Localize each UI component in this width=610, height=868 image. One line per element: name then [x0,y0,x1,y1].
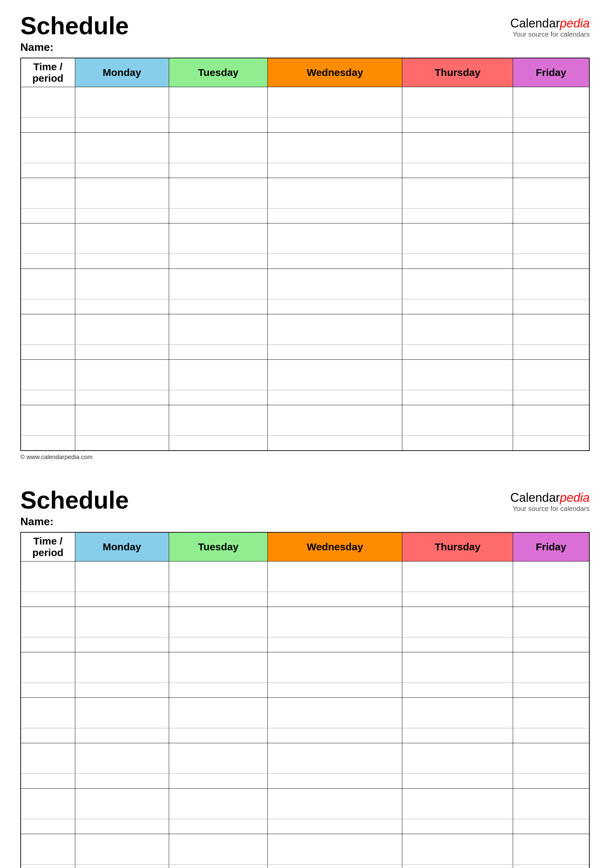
table-cell[interactable] [169,698,267,728]
table-cell-sub[interactable] [21,345,75,360]
table-cell-sub[interactable] [268,436,402,451]
table-cell-sub[interactable] [268,773,402,788]
table-cell[interactable] [75,607,169,637]
table-cell[interactable] [169,269,267,299]
table-cell-sub[interactable] [513,345,589,360]
table-cell-sub[interactable] [21,864,75,868]
table-cell-sub[interactable] [402,436,513,451]
table-cell[interactable] [402,133,513,163]
table-cell[interactable] [513,561,589,592]
table-cell[interactable] [75,561,169,592]
table-cell[interactable] [268,561,402,592]
table-cell-sub[interactable] [402,345,513,360]
table-cell[interactable] [513,87,589,118]
table-cell[interactable] [402,834,513,864]
table-cell[interactable] [402,269,513,299]
table-cell-sub[interactable] [402,299,513,314]
table-cell-sub[interactable] [75,864,169,868]
table-cell[interactable] [75,178,169,209]
table-cell[interactable] [513,314,589,345]
table-cell[interactable] [75,652,169,682]
table-cell-sub[interactable] [21,436,75,451]
table-cell[interactable] [21,314,75,345]
table-cell-sub[interactable] [169,163,267,178]
table-cell[interactable] [169,652,267,682]
table-cell-sub[interactable] [268,390,402,405]
table-cell[interactable] [169,223,267,254]
table-cell-sub[interactable] [513,118,589,133]
table-cell-sub[interactable] [21,728,75,743]
table-cell[interactable] [21,178,75,209]
table-cell[interactable] [268,133,402,163]
table-cell-sub[interactable] [75,390,169,405]
table-cell[interactable] [513,652,589,682]
table-cell-sub[interactable] [513,773,589,788]
table-cell-sub[interactable] [21,254,75,269]
table-cell[interactable] [513,743,589,773]
table-cell[interactable] [402,698,513,728]
table-cell[interactable] [268,223,402,254]
table-cell[interactable] [513,788,589,819]
table-cell[interactable] [21,652,75,682]
table-cell[interactable] [513,178,589,209]
table-cell[interactable] [513,223,589,254]
table-cell[interactable] [75,314,169,345]
table-cell-sub[interactable] [513,209,589,223]
table-cell[interactable] [169,561,267,592]
table-cell[interactable] [21,788,75,819]
table-cell-sub[interactable] [402,819,513,834]
table-cell[interactable] [169,607,267,637]
table-cell[interactable] [268,743,402,773]
table-cell-sub[interactable] [268,299,402,314]
table-cell[interactable] [402,607,513,637]
table-cell[interactable] [75,269,169,299]
table-cell-sub[interactable] [268,728,402,743]
table-cell-sub[interactable] [75,728,169,743]
table-cell-sub[interactable] [513,819,589,834]
table-cell[interactable] [513,834,589,864]
table-cell[interactable] [513,360,589,390]
table-cell-sub[interactable] [21,118,75,133]
table-cell-sub[interactable] [169,682,267,698]
table-cell[interactable] [513,607,589,637]
table-cell-sub[interactable] [21,592,75,607]
table-cell-sub[interactable] [75,345,169,360]
table-cell[interactable] [169,87,267,118]
table-cell-sub[interactable] [513,592,589,607]
table-cell[interactable] [268,314,402,345]
table-cell[interactable] [75,133,169,163]
table-cell-sub[interactable] [513,163,589,178]
table-cell-sub[interactable] [169,637,267,652]
table-cell[interactable] [268,178,402,209]
table-cell-sub[interactable] [402,592,513,607]
table-cell[interactable] [268,698,402,728]
table-cell[interactable] [268,607,402,637]
table-cell[interactable] [268,269,402,299]
table-cell-sub[interactable] [21,209,75,223]
table-cell-sub[interactable] [268,592,402,607]
table-cell[interactable] [268,405,402,436]
table-cell[interactable] [21,698,75,728]
table-cell-sub[interactable] [268,163,402,178]
table-cell-sub[interactable] [75,436,169,451]
table-cell-sub[interactable] [513,254,589,269]
table-cell-sub[interactable] [169,254,267,269]
table-cell-sub[interactable] [75,637,169,652]
table-cell-sub[interactable] [268,118,402,133]
table-cell[interactable] [75,698,169,728]
table-cell[interactable] [169,314,267,345]
table-cell-sub[interactable] [169,773,267,788]
table-cell[interactable] [169,743,267,773]
table-cell-sub[interactable] [268,819,402,834]
table-cell-sub[interactable] [169,819,267,834]
table-cell[interactable] [75,788,169,819]
table-cell-sub[interactable] [402,773,513,788]
table-cell[interactable] [21,87,75,118]
table-cell-sub[interactable] [402,118,513,133]
table-cell-sub[interactable] [21,637,75,652]
table-cell-sub[interactable] [513,299,589,314]
table-cell-sub[interactable] [21,682,75,698]
table-cell-sub[interactable] [513,728,589,743]
table-cell-sub[interactable] [75,163,169,178]
table-cell[interactable] [513,698,589,728]
